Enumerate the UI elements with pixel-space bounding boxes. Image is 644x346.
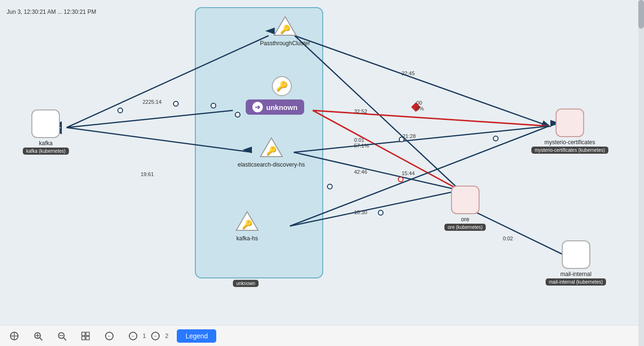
node-elasticsearch-hs[interactable]: 🔑 elasticsearch-discovery-hs [238, 136, 305, 168]
mail-internal-icon [562, 240, 590, 269]
node-kafka[interactable]: kafka kafka (kubernetes) [23, 109, 69, 155]
zoom-in-button[interactable] [30, 329, 46, 343]
svg-line-37 [40, 338, 42, 340]
edge-label-e8: 15:44 [402, 170, 415, 176]
cluster2-icon: − [151, 331, 160, 341]
node-ore[interactable]: ore ore (kubernetes) [444, 186, 486, 231]
mysterio-cert-icon [556, 109, 584, 137]
layout-button[interactable] [78, 329, 93, 343]
toolbar: − − 1 − 2 Legend [0, 325, 644, 346]
svg-point-24 [493, 136, 498, 141]
node-mail-internal[interactable]: mail-internal mail-internal (kubernetes) [546, 240, 606, 286]
svg-rect-46 [86, 336, 89, 340]
mysterio-cert-label: mysterio-certificates [545, 139, 596, 146]
kafka-label: kafka [39, 140, 53, 147]
svg-point-19 [211, 103, 216, 108]
cluster2-label: 2 [165, 332, 168, 339]
unknown-label: unknown [266, 103, 298, 111]
svg-line-1 [295, 36, 460, 190]
edge-label-e6: 0:01 57.1% [354, 137, 369, 148]
legend-button[interactable]: Legend [177, 329, 216, 343]
layout-icon [81, 331, 90, 341]
svg-text:−: − [132, 334, 135, 339]
elasticsearch-label: elasticsearch-discovery-hs [238, 161, 305, 168]
timestamp: Jun 3, 12:30:21 AM ... 12:30:21 PM [7, 9, 96, 15]
edge-label-e3: 2225:14 [143, 99, 162, 105]
cluster2-button[interactable]: − [148, 329, 163, 343]
edge-label-e2: 32:52 [354, 109, 367, 114]
svg-rect-44 [86, 332, 89, 336]
svg-point-18 [173, 101, 178, 106]
scrollbar[interactable] [638, 0, 644, 346]
svg-line-6 [290, 126, 549, 226]
svg-line-7 [290, 190, 460, 226]
node-kafka-hs[interactable]: 🔑 kafka-hs [235, 209, 259, 242]
zoom-out-button[interactable] [54, 329, 69, 343]
edge-label-e7: 42:46 [354, 169, 367, 175]
svg-line-3 [313, 110, 460, 190]
cluster-collapse-button[interactable]: − [102, 329, 117, 343]
svg-text:−: − [154, 334, 157, 339]
edge-label-e10: 0:02 [503, 236, 513, 241]
mail-internal-sublabel: mail-internal (kubernetes) [546, 278, 606, 286]
kafka-sublabel: kafka (kubernetes) [23, 148, 69, 155]
edge-label-e5: 21:28 [403, 133, 416, 139]
kafka-hs-icon: 🔑 [235, 209, 259, 233]
kafka-hs-label: kafka-hs [236, 235, 258, 242]
mysterio-cert-sublabel: mysterio-certificates (kubernetes) [531, 147, 608, 154]
ore-label: ore [461, 216, 469, 223]
node-mysterio-cert[interactable]: mysterio-certificates mysterio-certifica… [531, 109, 608, 154]
cluster-controls: − 1 − 2 [125, 329, 168, 343]
cluster1-label: 1 [143, 332, 146, 339]
edge-label-e4: 19:61 [141, 171, 154, 177]
scrollbar-thumb[interactable] [638, 0, 644, 29]
mail-internal-label: mail-internal [560, 271, 591, 277]
svg-text:🔑: 🔑 [242, 219, 253, 230]
cluster-label: unknown [233, 280, 259, 287]
svg-rect-43 [82, 332, 85, 336]
svg-rect-45 [82, 336, 85, 340]
key-icon-unknown: 🔑 [272, 76, 292, 96]
svg-line-2 [313, 110, 549, 126]
fit-icon [10, 331, 19, 341]
edges-svg [0, 0, 644, 346]
unknown-badge[interactable]: ➔ unknown [246, 99, 304, 115]
zoom-in-icon [33, 331, 43, 341]
svg-point-26 [398, 177, 403, 182]
svg-line-4 [294, 126, 549, 152]
svg-line-0 [295, 36, 549, 126]
svg-point-23 [378, 210, 383, 215]
svg-line-9 [67, 110, 233, 128]
svg-point-20 [235, 112, 240, 117]
svg-point-21 [118, 108, 123, 113]
svg-line-5 [294, 152, 460, 190]
svg-text:−: − [108, 334, 111, 339]
elasticsearch-icon: 🔑 [260, 136, 283, 159]
svg-point-22 [327, 184, 332, 189]
svg-line-41 [64, 338, 66, 340]
cluster1-button[interactable]: − [125, 329, 141, 343]
passthrough-icon: 🔑 [273, 14, 297, 38]
svg-text:🔑: 🔑 [266, 146, 277, 156]
node-passthrough-cluster[interactable]: 🔑 PassthroughCluster [260, 14, 310, 47]
ore-sublabel: ore (kubernetes) [444, 224, 486, 231]
passthrough-label: PassthroughCluster [260, 40, 310, 47]
edge-label-e9: 18:30 [354, 209, 367, 215]
svg-text:🔑: 🔑 [280, 24, 291, 35]
cluster1-icon: − [128, 331, 138, 341]
ore-icon [451, 186, 480, 214]
unknown-arrow-icon: ➔ [252, 102, 263, 112]
zoom-out-icon [57, 331, 67, 341]
edge-label-e11: 000% [416, 100, 424, 111]
svg-line-10 [67, 128, 252, 152]
collapse-icon: − [105, 331, 114, 341]
fit-button[interactable] [7, 329, 22, 343]
kafka-icon [31, 109, 60, 138]
edge-label-e1: 22:45 [402, 70, 415, 76]
